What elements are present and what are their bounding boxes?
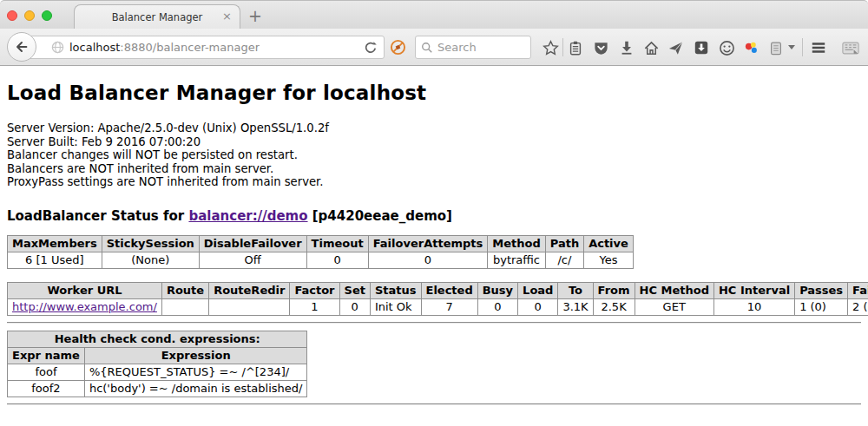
reload-button[interactable] [364,41,378,58]
expression-value: %{REQUEST_STATUS} =~ /^[234]/ [84,364,307,380]
stickysession-value: (None) [102,252,199,268]
emoji-icon[interactable] [718,39,735,56]
elected-value: 7 [421,298,477,315]
col-hc-method: HC Method [635,282,713,298]
proxypass-notice-line: ProxyPass settings are NOT inherited fro… [7,175,861,189]
search-field[interactable] [415,36,531,59]
server-version-line: Server Version: Apache/2.5.0-dev (Unix) … [7,121,861,135]
hc-title-row: Health check cond. expressions: [8,331,307,347]
col-active: Active [584,235,634,252]
reload-icon [364,41,378,55]
balancer-params-table: MaxMembers StickySession DisableFailover… [7,235,634,269]
balancer-heading: LoadBalancer Status for balancer://demo … [7,208,861,224]
route-value [161,298,208,315]
col-timeout: Timeout [306,235,368,252]
col-route: Route [161,282,208,298]
worker-table: Worker URL Route RouteRedir Factor Set S… [7,282,868,316]
path-value: /c/ [545,252,583,268]
balancer-params-header-row: MaxMembers StickySession DisableFailover… [8,235,634,252]
balancer-params-row: 6 [1 Used] (None) Off 0 0 bytraffic /c/ … [8,252,634,268]
back-arrow-icon [14,39,30,55]
col-busy: Busy [477,282,517,298]
hc-interval-value: 10 [713,298,794,315]
navigation-toolbar: localhost:8880/balancer-manager [0,29,868,66]
divider [7,403,861,405]
col-expression: Expression [84,347,307,364]
plugin-block-icon[interactable] [390,39,406,59]
worker-url-link[interactable]: http://www.example.com/ [12,300,157,313]
col-disablefailover: DisableFailover [199,235,306,252]
url-bar[interactable]: localhost:8880/balancer-manager [23,36,385,59]
col-fails: Fails [848,282,868,298]
load-value: 0 [518,298,558,315]
hc-row: foof2 hc('body') =~ /domain is establish… [8,380,307,397]
timeout-value: 0 [306,252,368,268]
hc-table-title: Health check cond. expressions: [8,331,307,347]
balancer-link[interactable]: balancer://demo [188,208,307,224]
close-tab-icon[interactable]: × [222,10,232,22]
site-globe-icon [51,41,64,54]
server-info: Server Version: Apache/2.5.0-dev (Unix) … [7,121,861,189]
balancer-heading-suffix: [p4420eeae_demo] [308,208,452,224]
active-value: Yes [584,252,634,268]
downloads-icon[interactable] [618,39,635,56]
col-expr-name: Expr name [8,347,85,364]
col-factor: Factor [290,282,339,298]
search-icon [421,42,433,54]
page-content: Load Balancer Manager for localhost Serv… [0,67,868,426]
hc-header-row: Expr name Expression [8,347,307,364]
set-value: 0 [339,298,370,315]
to-value: 3.1K [558,298,593,315]
menu-icon[interactable] [810,39,827,56]
keyboard-extension-icon[interactable] [842,39,859,56]
balancer-heading-prefix: LoadBalancer Status for [7,208,188,224]
zoom-window-button[interactable] [42,10,52,21]
extension-colors-icon[interactable] [742,39,760,56]
reading-list-icon[interactable] [567,39,584,56]
video-download-icon[interactable] [693,39,710,56]
send-page-icon[interactable] [667,39,684,56]
toolbar-separator [562,38,563,56]
overflow-caret-icon[interactable] [788,45,795,49]
battery-extension-icon[interactable] [767,39,785,56]
col-set: Set [339,282,370,298]
minimize-window-button[interactable] [24,10,35,21]
url-text: localhost:8880/balancer-manager [69,41,260,54]
browser-tab[interactable]: Balancer Manager × [74,4,240,29]
failoverattempts-value: 0 [368,252,488,268]
factor-value: 1 [290,298,339,315]
col-failoverattempts: FailoverAttempts [368,235,488,252]
page-title: Load Balancer Manager for localhost [7,82,861,104]
divider [7,322,861,324]
hc-method-value: GET [635,298,713,315]
bookmark-star-icon[interactable] [542,39,559,56]
worker-url-cell: http://www.example.com/ [8,298,162,315]
worker-row: http://www.example.com/ 1 0 Init Ok 7 0 … [8,298,868,315]
col-passes: Passes [795,282,848,298]
window-controls [7,10,52,21]
home-icon[interactable] [642,39,660,56]
pocket-icon[interactable] [592,39,609,56]
server-built-line: Server Built: Feb 9 2016 07:00:20 [7,135,861,149]
url-path: :8880/balancer-manager [120,41,260,54]
fails-value: 2 (0) [848,298,868,315]
busy-value: 0 [477,298,517,315]
routeredir-value [209,298,290,315]
col-maxmembers: MaxMembers [8,235,102,252]
back-button[interactable] [7,32,36,62]
close-window-button[interactable] [7,10,17,21]
passes-value: 1 (0) [795,298,848,315]
col-method: Method [488,235,545,252]
col-to: To [558,282,593,298]
col-stickysession: StickySession [102,235,199,252]
maxmembers-value: 6 [1 Used] [8,252,102,268]
tab-bar: Balancer Manager × + [0,0,868,29]
col-load: Load [518,282,558,298]
col-from: From [593,282,635,298]
expr-name-value: foof2 [8,380,85,397]
search-input[interactable] [437,41,524,54]
tab-title: Balancer Manager [112,11,203,23]
col-worker-url: Worker URL [8,282,162,298]
health-check-table: Health check cond. expressions: Expr nam… [7,331,307,397]
new-tab-button[interactable]: + [248,6,262,25]
